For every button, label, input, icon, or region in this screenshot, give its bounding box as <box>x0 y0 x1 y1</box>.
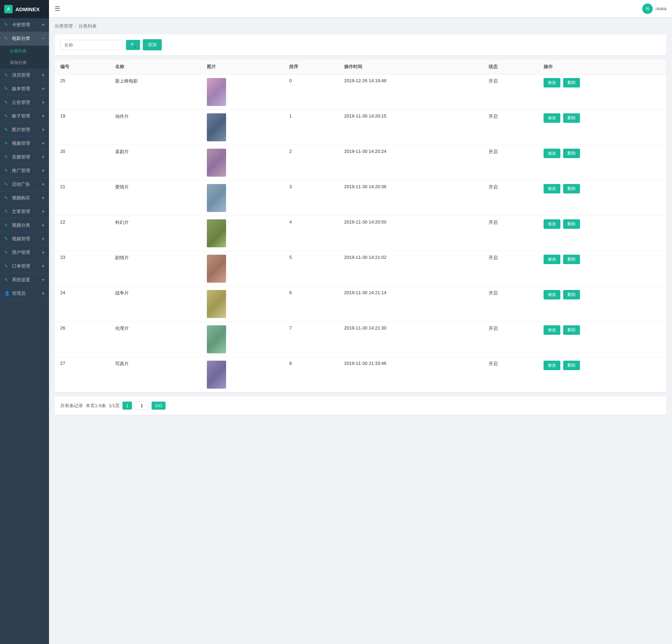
delete-button[interactable]: 删除 <box>563 361 580 370</box>
sidebar-item-admin[interactable]: 👤 管理员 + <box>0 287 49 300</box>
cell-time: 2019-11-30 21:33:46 <box>338 357 483 392</box>
user-menu[interactable]: N niuka <box>642 3 666 14</box>
sidebar-item-account-mgmt[interactable]: ✎ 账子管理 + <box>0 109 49 123</box>
sidebar-item-actor-mgmt[interactable]: ✎ 演员管理 + <box>0 69 49 82</box>
cell-status: 开启 <box>483 181 538 216</box>
modify-button[interactable]: 修改 <box>544 184 560 193</box>
modify-button[interactable]: 修改 <box>544 361 560 370</box>
modify-button[interactable]: 修改 <box>544 325 560 335</box>
total-text: 共有条记录 <box>60 403 83 409</box>
launch-icon: ✎ <box>4 182 10 187</box>
delete-button[interactable]: 删除 <box>563 184 580 193</box>
modify-button[interactable]: 修改 <box>544 219 560 229</box>
cell-sort: 5 <box>284 251 338 286</box>
expand-icon: + <box>42 168 45 174</box>
go-button[interactable]: GO <box>152 402 166 410</box>
cell-img <box>201 216 284 251</box>
breadcrumb-separator: / <box>75 24 76 29</box>
expand-icon: + <box>42 72 45 78</box>
modify-button[interactable]: 修改 <box>544 113 560 123</box>
sidebar-item-system-settings[interactable]: ✎ 系统设置 + <box>0 273 49 287</box>
sidebar-sub-item-category-list[interactable]: 分类列表 <box>0 45 49 57</box>
sidebar-label: 公告管理 <box>12 99 30 106</box>
table-row: 21 爱情片 3 2019-11-30 14:20:36 开启 修改 删除 <box>55 181 666 216</box>
delete-button[interactable]: 删除 <box>563 290 580 299</box>
cell-name: 动作片 <box>110 110 201 145</box>
sidebar-label: 订单管理 <box>12 263 30 269</box>
expand-icon: + <box>42 99 45 106</box>
cell-time: 2019-11-30 14:20:15 <box>338 110 483 145</box>
sidebar-item-video-purchase[interactable]: ✎ 视频购买 + <box>0 191 49 205</box>
delete-button[interactable]: 删除 <box>563 325 580 335</box>
cell-status: 开启 <box>483 251 538 286</box>
page-jump-input[interactable] <box>135 401 149 410</box>
table-container: 编号 名称 图片 排序 操作时间 状态 操作 25 新上映电影 0 2019-1… <box>55 59 666 392</box>
sidebar-item-card-mgmt[interactable]: ✎ 卡密管理 + <box>0 18 49 32</box>
cell-id: 25 <box>55 75 110 110</box>
add-button[interactable]: 添加 <box>143 39 162 50</box>
cell-status: 开启 <box>483 75 538 110</box>
cell-action: 修改 删除 <box>538 181 666 216</box>
cell-id: 24 <box>55 286 110 322</box>
sidebar-label: 系统设置 <box>12 277 30 283</box>
cell-action: 修改 删除 <box>538 357 666 392</box>
delete-button[interactable]: 删除 <box>563 78 580 87</box>
cell-action: 修改 删除 <box>538 110 666 145</box>
cell-sort: 3 <box>284 181 338 216</box>
sidebar: A ADMINEX ✎ 卡密管理 + ✎ 电影分类 − 分类列表 添加分类 ✎ … <box>0 0 49 644</box>
cell-id: 19 <box>55 110 110 145</box>
delete-button[interactable]: 删除 <box>563 113 580 123</box>
table-row: 20 喜剧片 2 2019-11-30 14:20:24 开启 修改 删除 <box>55 145 666 181</box>
sidebar-item-movie-cat[interactable]: ✎ 电影分类 − <box>0 32 49 45</box>
sidebar-label: 视频管理 <box>12 140 30 147</box>
expand-icon: + <box>42 22 45 28</box>
sidebar-item-version-mgmt[interactable]: ✎ 版本管理 + <box>0 82 49 96</box>
cell-name: 喜剧片 <box>110 145 201 181</box>
sidebar-item-launch-ad[interactable]: ✎ 启动广告 + <box>0 178 49 191</box>
cell-name: 新上映电影 <box>110 75 201 110</box>
expand-icon: + <box>42 290 45 297</box>
cell-name: 剧情片 <box>110 251 201 286</box>
delete-button[interactable]: 删除 <box>563 219 580 229</box>
sidebar-item-image-mgmt[interactable]: ✎ 图片管理 + <box>0 123 49 137</box>
sidebar-item-article-mgmt[interactable]: ✎ 文章管理 + <box>0 205 49 219</box>
toolbar: 🔍 添加 <box>55 34 666 55</box>
cell-time: 2019-12-26 14:19:48 <box>338 75 483 110</box>
main-content: ☰ N niuka 分类管理 / 分类列表 🔍 添加 编号 <box>49 0 672 644</box>
modify-button[interactable]: 修改 <box>544 149 560 158</box>
collapse-icon: − <box>42 35 45 42</box>
cell-sort: 1 <box>284 110 338 145</box>
current-page-btn[interactable]: 1 <box>122 402 132 410</box>
expand-icon: + <box>42 249 45 256</box>
sidebar-item-promo-mgmt[interactable]: ✎ 推广管理 + <box>0 164 49 178</box>
menu-toggle-icon[interactable]: ☰ <box>55 5 60 13</box>
cell-img <box>201 251 284 286</box>
sidebar-item-order-mgmt[interactable]: ✎ 订单管理 + <box>0 260 49 273</box>
cell-img <box>201 181 284 216</box>
modify-button[interactable]: 修改 <box>544 78 560 87</box>
modify-button[interactable]: 修改 <box>544 255 560 264</box>
sidebar-label: 文章管理 <box>12 208 30 215</box>
delete-button[interactable]: 删除 <box>563 255 580 264</box>
per-page-text: 本页1-9条 <box>86 403 106 409</box>
sidebar-label: 推广管理 <box>12 168 30 174</box>
search-button[interactable]: 🔍 <box>126 40 140 50</box>
sidebar-item-notice-mgmt[interactable]: ✎ 公告管理 + <box>0 96 49 109</box>
video-mgmt-icon: ✎ <box>4 236 10 242</box>
order-icon: ✎ <box>4 263 10 269</box>
modify-button[interactable]: 修改 <box>544 290 560 299</box>
expand-icon: + <box>42 140 45 147</box>
delete-button[interactable]: 删除 <box>563 149 580 158</box>
settings-icon: ✎ <box>4 277 10 283</box>
username-label: niuka <box>656 6 666 11</box>
sidebar-item-user-mgmt[interactable]: ✎ 用户管理 + <box>0 246 49 260</box>
sidebar-item-audio-mgmt[interactable]: ✎ 音频管理 + <box>0 150 49 164</box>
cell-action: 修改 删除 <box>538 251 666 286</box>
sidebar-sub-item-add-category[interactable]: 添加分类 <box>0 57 49 69</box>
cell-action: 修改 删除 <box>538 216 666 251</box>
sidebar-item-video-cat[interactable]: ✎ 视频分类 + <box>0 219 49 232</box>
search-input[interactable] <box>60 40 123 50</box>
sidebar-item-video-mgmt[interactable]: ✎ 视频管理 + <box>0 232 49 246</box>
sidebar-item-video-style-mgmt[interactable]: ✎ 视频管理 + <box>0 137 49 150</box>
sidebar-label: 管理员 <box>12 290 26 297</box>
